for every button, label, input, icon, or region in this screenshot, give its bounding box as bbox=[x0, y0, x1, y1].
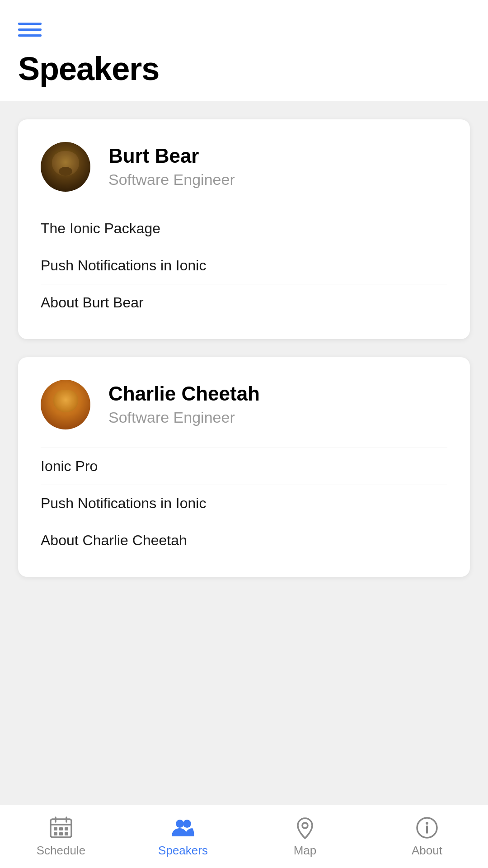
about-icon bbox=[415, 816, 439, 840]
speaker-card-charlie-cheetah: Charlie Cheetah Software Engineer Ionic … bbox=[18, 357, 470, 577]
menu-line-1 bbox=[18, 23, 42, 25]
speaker-talks: Ionic Pro Push Notifications in Ionic Ab… bbox=[41, 448, 447, 559]
speaker-talks: The Ionic Package Push Notifications in … bbox=[41, 210, 447, 321]
talk-item[interactable]: Push Notifications in Ionic bbox=[41, 485, 447, 522]
main-content: Burt Bear Software Engineer The Ionic Pa… bbox=[0, 101, 488, 805]
nav-about[interactable]: About bbox=[366, 805, 488, 868]
talk-item[interactable]: About Burt Bear bbox=[41, 284, 447, 321]
nav-label-about: About bbox=[412, 844, 442, 858]
menu-button[interactable] bbox=[18, 23, 42, 37]
nav-speakers[interactable]: Speakers bbox=[122, 805, 244, 868]
map-icon bbox=[293, 816, 317, 840]
menu-line-3 bbox=[18, 34, 42, 37]
svg-rect-5 bbox=[59, 827, 63, 830]
menu-line-2 bbox=[18, 28, 42, 31]
nav-schedule[interactable]: Schedule bbox=[0, 805, 122, 868]
svg-point-11 bbox=[183, 820, 191, 828]
avatar-burt-bear bbox=[41, 142, 90, 192]
nav-label-schedule: Schedule bbox=[37, 844, 85, 858]
app-container: Speakers Burt Bear Software Engineer The… bbox=[0, 0, 488, 868]
speaker-info: Charlie Cheetah Software Engineer bbox=[108, 383, 260, 426]
talk-item[interactable]: About Charlie Cheetah bbox=[41, 522, 447, 559]
bottom-nav: Schedule Speakers Map bbox=[0, 805, 488, 868]
svg-rect-4 bbox=[54, 827, 57, 830]
talk-item[interactable]: The Ionic Package bbox=[41, 210, 447, 247]
svg-rect-7 bbox=[54, 832, 57, 835]
cheetah-avatar-image bbox=[41, 380, 90, 429]
svg-point-15 bbox=[426, 822, 428, 825]
svg-point-12 bbox=[302, 823, 308, 828]
page-title: Speakers bbox=[18, 50, 470, 87]
bear-avatar-image bbox=[41, 142, 90, 192]
speaker-name: Charlie Cheetah bbox=[108, 383, 260, 405]
talk-item[interactable]: Push Notifications in Ionic bbox=[41, 247, 447, 284]
speaker-info: Burt Bear Software Engineer bbox=[108, 145, 235, 188]
speaker-role: Software Engineer bbox=[108, 171, 235, 189]
nav-label-map: Map bbox=[294, 844, 317, 858]
schedule-icon bbox=[49, 816, 73, 840]
speaker-name: Burt Bear bbox=[108, 145, 235, 167]
header: Speakers bbox=[0, 0, 488, 101]
nav-map[interactable]: Map bbox=[244, 805, 366, 868]
speaker-header: Burt Bear Software Engineer bbox=[41, 142, 447, 192]
speaker-card-burt-bear: Burt Bear Software Engineer The Ionic Pa… bbox=[18, 119, 470, 339]
svg-rect-9 bbox=[65, 832, 68, 835]
talk-item[interactable]: Ionic Pro bbox=[41, 448, 447, 485]
svg-point-10 bbox=[176, 820, 184, 828]
avatar-charlie-cheetah bbox=[41, 380, 90, 429]
nav-label-speakers: Speakers bbox=[158, 844, 208, 858]
svg-rect-8 bbox=[59, 832, 63, 835]
svg-rect-6 bbox=[65, 827, 68, 830]
speaker-header: Charlie Cheetah Software Engineer bbox=[41, 380, 447, 429]
speaker-role: Software Engineer bbox=[108, 409, 260, 426]
speakers-icon bbox=[171, 816, 195, 840]
